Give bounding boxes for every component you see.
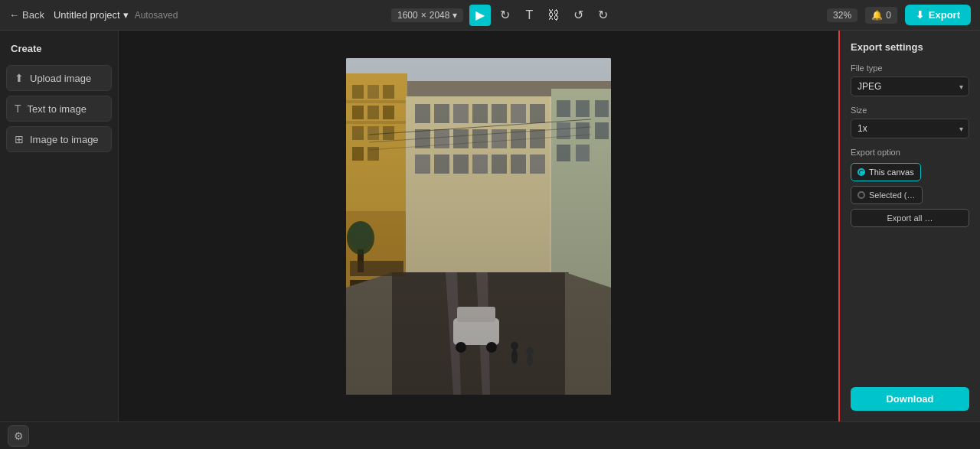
export-option-label: Export option <box>851 148 969 157</box>
back-label: Back <box>22 9 44 21</box>
text-icon: T <box>15 102 21 115</box>
this-canvas-label: This canvas <box>869 168 914 177</box>
export-panel: Export settings File type JPEG PNG WEBP … <box>838 31 980 421</box>
redo-button[interactable]: ↻ <box>592 5 613 26</box>
sidebar-item-text-to-image[interactable]: T Text to image <box>6 96 112 122</box>
export-button[interactable]: ⬇ Export <box>905 5 971 25</box>
project-name[interactable]: Untitled project ▾ Autosaved <box>54 9 178 21</box>
this-canvas-radio <box>858 168 865 176</box>
sidebar-header: Create <box>6 40 112 60</box>
toolbar-icons: ▶ ↻ T ⛓ ↺ ↻ <box>469 5 613 26</box>
main-area: Create ⬆ Upload image T Text to image ⊞ … <box>0 31 980 421</box>
canvas-size-display[interactable]: 1600 × 2048 ▾ <box>391 8 463 22</box>
notif-count: 0 <box>886 10 891 21</box>
street-scene-svg <box>346 58 611 395</box>
notifications-badge[interactable]: 🔔 0 <box>865 7 897 24</box>
settings-button[interactable]: ⚙ <box>8 425 29 447</box>
export-option-row: This canvas Selected (… <box>851 163 969 204</box>
autosaved-status: Autosaved <box>135 10 178 21</box>
export-all-button[interactable]: Export all … <box>851 209 969 227</box>
sidebar: Create ⬆ Upload image T Text to image ⊞ … <box>0 31 119 421</box>
upload-icon: ⬆ <box>15 72 24 84</box>
selected-option[interactable]: Selected (… <box>851 186 923 204</box>
export-label: Export <box>929 9 960 21</box>
canvas-height: 2048 <box>430 10 450 21</box>
size-label: Size <box>851 106 969 115</box>
canvas-size-chevron: ▾ <box>452 10 457 21</box>
this-canvas-option[interactable]: This canvas <box>851 163 921 181</box>
play-tool-button[interactable]: ▶ <box>469 5 491 26</box>
undo-button[interactable]: ↺ <box>567 5 589 26</box>
link-tool-button[interactable]: ⛓ <box>543 5 564 26</box>
svg-rect-75 <box>346 58 611 395</box>
topbar-center: 1600 × 2048 ▾ ▶ ↻ T ⛓ ↺ ↻ <box>391 5 613 26</box>
canvas-image <box>346 58 611 395</box>
file-type-label: File type <box>851 63 969 73</box>
selected-radio <box>858 191 865 199</box>
bell-icon: 🔔 <box>871 10 883 21</box>
rotate-tool-button[interactable]: ↻ <box>494 5 515 26</box>
bottom-bar: ⚙ <box>0 421 980 449</box>
sidebar-item-text-label: Text to image <box>28 103 87 115</box>
canvas-width: 1600 <box>397 10 418 21</box>
project-dropdown-icon: ▾ <box>123 9 129 21</box>
back-button[interactable]: ← Back <box>9 9 44 21</box>
export-all-label: Export all … <box>887 213 933 223</box>
canvas-area <box>119 31 838 421</box>
canvas-x-separator: × <box>421 10 426 21</box>
sidebar-item-upload-image[interactable]: ⬆ Upload image <box>6 65 112 91</box>
project-name-text: Untitled project <box>54 9 120 21</box>
sidebar-item-upload-label: Upload image <box>30 73 91 84</box>
settings-icon: ⚙ <box>14 430 24 442</box>
size-select[interactable]: 1x 2x 3x 0.5x <box>851 119 969 138</box>
size-select-wrapper: 1x 2x 3x 0.5x ▾ <box>851 119 969 138</box>
zoom-display[interactable]: 32% <box>827 8 858 22</box>
image-convert-icon: ⊞ <box>15 133 24 145</box>
file-type-select-wrapper: JPEG PNG WEBP SVG ▾ <box>851 76 969 96</box>
download-button[interactable]: Download <box>851 387 969 411</box>
topbar: ← Back Untitled project ▾ Autosaved 1600… <box>0 0 980 31</box>
file-type-select[interactable]: JPEG PNG WEBP SVG <box>851 76 969 96</box>
selected-label: Selected (… <box>869 190 916 200</box>
topbar-left: ← Back Untitled project ▾ Autosaved <box>9 9 178 21</box>
export-panel-title: Export settings <box>851 41 969 53</box>
sidebar-item-image-label: Image to image <box>30 134 99 145</box>
back-arrow-icon: ← <box>9 9 19 21</box>
text-tool-button[interactable]: T <box>518 5 540 26</box>
topbar-right: 32% 🔔 0 ⬇ Export <box>827 5 971 25</box>
sidebar-item-image-to-image[interactable]: ⊞ Image to image <box>6 126 112 152</box>
export-download-icon: ⬇ <box>916 9 924 21</box>
